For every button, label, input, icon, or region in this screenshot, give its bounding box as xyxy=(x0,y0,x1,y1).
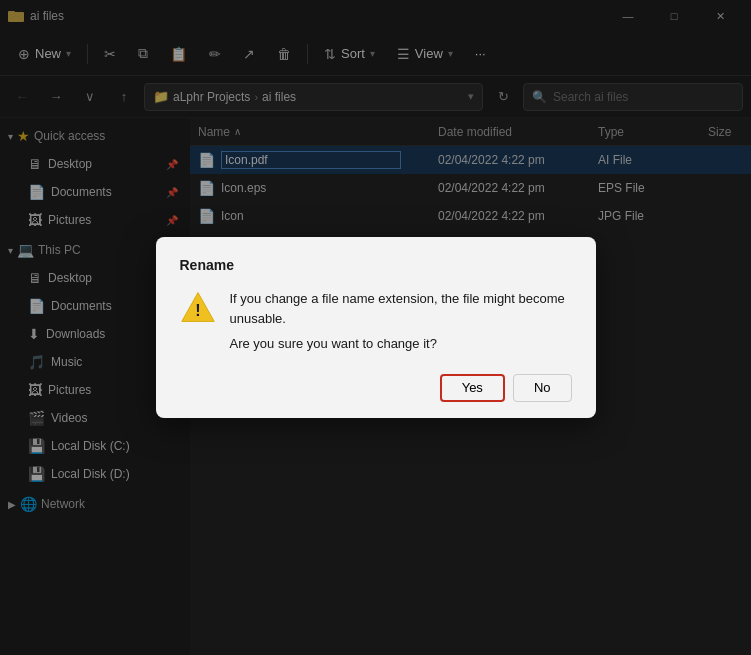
dialog-message-line2: Are you sure you want to change it? xyxy=(230,334,572,354)
dialog-title: Rename xyxy=(180,257,572,273)
dialog-message: If you change a file name extension, the… xyxy=(230,289,572,354)
no-button[interactable]: No xyxy=(513,374,572,402)
dialog-overlay: Rename ! If you change a file name exten… xyxy=(0,0,751,655)
svg-text:!: ! xyxy=(195,301,200,319)
warning-icon: ! xyxy=(180,289,216,354)
dialog-buttons: Yes No xyxy=(180,374,572,402)
dialog-message-line1: If you change a file name extension, the… xyxy=(230,289,572,328)
rename-dialog: Rename ! If you change a file name exten… xyxy=(156,237,596,418)
dialog-body: ! If you change a file name extension, t… xyxy=(180,289,572,354)
yes-button[interactable]: Yes xyxy=(440,374,505,402)
